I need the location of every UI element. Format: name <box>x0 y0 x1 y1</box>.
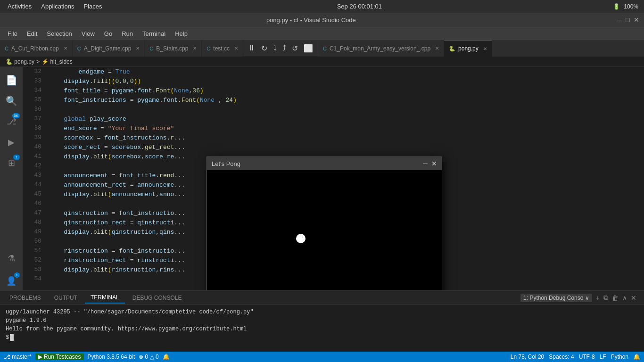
terminal-content[interactable]: ugpy/launcher 43295 -- "/home/sagar/Docu… <box>0 305 644 352</box>
maximize-button[interactable]: □ <box>626 16 630 24</box>
pong-ball <box>296 234 305 243</box>
notifications-button[interactable]: 🔔 <box>163 354 170 360</box>
pong-titlebar[interactable]: Let's Pong ─ ✕ <box>207 157 442 170</box>
file-encoding[interactable]: UTF-8 <box>579 354 595 360</box>
panel-tab-terminal[interactable]: TERMINAL <box>85 292 125 304</box>
source-control-badge: 5K <box>12 113 20 118</box>
datetime: Sep 26 00:01:01 <box>337 3 382 10</box>
minimize-button[interactable]: ─ <box>618 16 622 24</box>
menu-go[interactable]: Go <box>100 29 116 38</box>
activity-flask[interactable]: ⚗ <box>2 249 21 268</box>
menu-edit[interactable]: Edit <box>23 29 41 38</box>
title-bar: pong.py - cf - Visual Studio Code ─ □ ✕ <box>0 13 644 27</box>
close-panel-button[interactable]: ✕ <box>631 294 636 302</box>
run-testcases-button[interactable]: ▶ Run Testcases <box>35 354 84 360</box>
tab-cut-ribbon[interactable]: C A_Cut_Ribbon.cpp ✕ <box>0 40 73 57</box>
py-icon: 🐍 <box>449 46 455 52</box>
close-icon[interactable]: ✕ <box>193 46 197 51</box>
line-ending[interactable]: LF <box>600 354 606 360</box>
menu-view[interactable]: View <box>78 29 99 38</box>
activity-bar: 📄 🔍 ⎇ 5K ▶ ⊞ 1 ⚗ 👤 1 <box>0 67 23 290</box>
menu-selection[interactable]: Selection <box>43 29 75 38</box>
code-line: scorebox = font_instructions.r... <box>49 133 644 142</box>
tab-bar: C A_Cut_Ribbon.cpp ✕ C A_Digit_Game.cpp … <box>0 40 644 57</box>
code-line <box>49 105 644 114</box>
breadcrumb: 🐍 pong.py > ⚡ hit_sides <box>0 57 644 67</box>
close-icon[interactable]: ✕ <box>435 46 439 51</box>
status-bar: ⎇ master* ▶ Run Testcases Python 3.8.5 6… <box>0 352 644 362</box>
menu-help[interactable]: Help <box>171 29 191 38</box>
activity-extensions[interactable]: ⊞ 1 <box>2 154 21 173</box>
code-line: font_title = pygame.font.Font(None,36) <box>49 86 644 95</box>
close-icon[interactable]: ✕ <box>483 46 487 51</box>
cpp-icon: C <box>149 46 153 51</box>
terminal-prompt[interactable]: $ <box>6 333 638 342</box>
activity-files[interactable]: 📄 <box>2 71 21 90</box>
applications-menu[interactable]: Applications <box>37 3 78 10</box>
close-icon[interactable]: ✕ <box>64 46 67 51</box>
breadcrumb-symbol[interactable]: ⚡ hit_sides <box>41 58 73 65</box>
indentation[interactable]: Spaces: 4 <box>549 354 574 360</box>
menu-terminal[interactable]: Terminal <box>139 29 169 38</box>
line-numbers: 3233343536 3738394041 4243444546 4748495… <box>23 67 45 280</box>
tab-pong[interactable]: 🐍 pong.py ✕ <box>444 40 492 57</box>
breadcrumb-file[interactable]: 🐍 pong.py <box>6 58 34 65</box>
panel-tabs: PROBLEMS OUTPUT TERMINAL DEBUG CONSOLE 1… <box>0 291 644 305</box>
activity-source-control[interactable]: ⎇ 5K <box>2 112 21 131</box>
errors-warnings[interactable]: ⊗ 0 △ 0 <box>139 354 158 360</box>
close-icon[interactable]: ✕ <box>136 46 140 51</box>
menu-file[interactable]: File <box>4 29 21 38</box>
code-line: endgame = True <box>49 67 644 76</box>
close-button[interactable]: ✕ <box>634 16 639 24</box>
tab-pokemon[interactable]: C C1_Pok_mon_Army_easy_version_.cpp ✕ <box>318 40 444 57</box>
git-branch[interactable]: ⎇ master* <box>4 354 32 360</box>
main-area: 📄 🔍 ⎇ 5K ▶ ⊞ 1 ⚗ 👤 1 3233343 <box>0 67 644 290</box>
tab-label: A_Digit_Game.cpp <box>84 45 132 52</box>
restart-icon[interactable]: ↻ <box>259 43 269 54</box>
tab-digit-game[interactable]: C A_Digit_Game.cpp ✕ <box>73 40 145 57</box>
pong-close-button[interactable]: ✕ <box>431 160 437 167</box>
delete-terminal-button[interactable]: 🗑 <box>612 294 619 302</box>
activity-search[interactable]: 🔍 <box>2 91 21 110</box>
files-icon: 📄 <box>6 74 17 86</box>
menu-run[interactable]: Run <box>118 29 137 38</box>
pong-minimize-button[interactable]: ─ <box>423 160 428 167</box>
panel-tab-problems[interactable]: PROBLEMS <box>4 293 47 303</box>
new-terminal-button[interactable]: + <box>596 294 600 302</box>
panel-tab-output[interactable]: OUTPUT <box>49 293 83 303</box>
system-bar: Activities Applications Places Sep 26 00… <box>0 0 644 13</box>
code-line: global play_score <box>49 114 644 123</box>
terminal-line: Hello from the pygame community. https:/… <box>6 325 638 333</box>
feedback-icon[interactable]: 🔔 <box>633 354 640 360</box>
tab-test[interactable]: C test.cc ✕ <box>202 40 243 57</box>
step-out-icon[interactable]: ⤴ <box>281 43 288 53</box>
step-back-icon[interactable]: ↺ <box>290 43 300 54</box>
cpp-icon: C <box>5 46 8 51</box>
places-menu[interactable]: Places <box>80 3 106 10</box>
maximize-panel-button[interactable]: ∧ <box>622 294 627 302</box>
editor-area[interactable]: 3233343536 3738394041 4243444546 4748495… <box>23 67 644 290</box>
tab-stairs[interactable]: C B_Stairs.cpp ✕ <box>145 40 202 57</box>
run-icon: ▶ <box>8 137 15 148</box>
python-version[interactable]: Python 3.8.5 64-bit <box>88 354 135 360</box>
close-icon[interactable]: ✕ <box>234 46 238 51</box>
pause-icon[interactable]: ⏸ <box>246 43 257 53</box>
extensions-badge: 1 <box>13 155 20 160</box>
activity-run-debug[interactable]: ▶ <box>2 133 21 152</box>
search-icon: 🔍 <box>6 95 17 107</box>
activities-menu[interactable]: Activities <box>4 3 35 10</box>
cpp-icon: C <box>206 46 210 51</box>
debug-bar: ⏸ ↻ ⤵ ⤴ ↺ ⬜ <box>243 40 318 57</box>
language-mode[interactable]: Python <box>611 354 628 360</box>
panel-tab-debug-console[interactable]: DEBUG CONSOLE <box>127 293 188 303</box>
terminal-line: ugpy/launcher 43295 -- "/home/sagar/Docu… <box>6 308 638 316</box>
step-over-icon[interactable]: ⤵ <box>271 43 279 53</box>
code-line: score_rect = scorebox.get_rect... <box>49 142 644 152</box>
code-line: display.fill((0,0,0)) <box>49 76 644 86</box>
split-terminal-button[interactable]: ⧉ <box>603 294 608 302</box>
terminal-selector[interactable]: 1: Python Debug Conso ∨ <box>520 294 592 302</box>
battery-indicator: 🔋 <box>613 3 620 10</box>
stop-icon[interactable]: ⬜ <box>302 43 315 54</box>
menu-bar: File Edit Selection View Go Run Terminal… <box>0 27 644 40</box>
activity-user[interactable]: 👤 1 <box>2 272 21 290</box>
